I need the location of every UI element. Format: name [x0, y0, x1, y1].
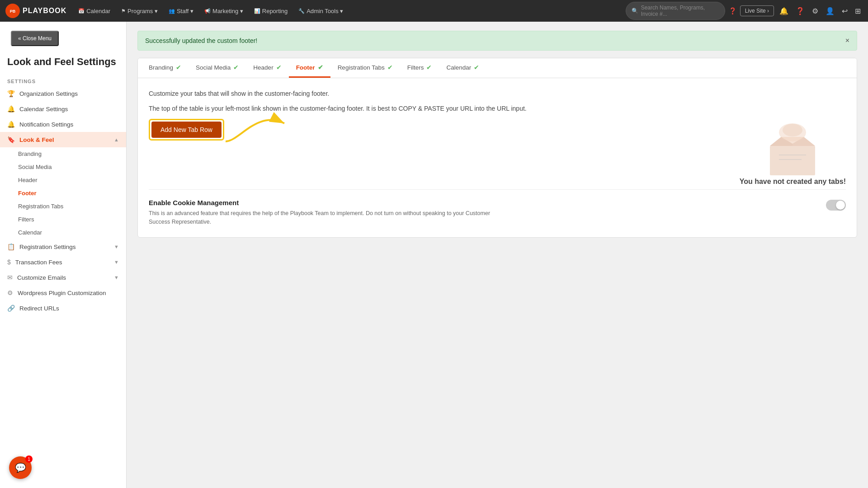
logo-text: PLAYBOOK — [23, 7, 66, 15]
tab-bar: Branding ✔ Social Media ✔ Header ✔ Foote… — [138, 58, 857, 78]
nav-reporting[interactable]: 📊 Reporting — [250, 5, 292, 17]
sidebar-sub-item-filters[interactable]: Filters — [0, 213, 126, 226]
footer-tab-content: Customize your tabs that will show in th… — [138, 78, 857, 237]
empty-illustration-container: You have not created any tabs! — [740, 119, 846, 186]
sidebar-sub-item-registration-tabs[interactable]: Registration Tabs — [0, 200, 126, 213]
search-box[interactable]: 🔍 Search Names, Programs, Invoice #... — [626, 2, 725, 20]
check-icon-filters: ✔ — [426, 64, 432, 71]
marketing-icon: 📢 — [204, 8, 211, 14]
sidebar-sub-item-calendar[interactable]: Calendar — [0, 226, 126, 239]
chat-bubble-button[interactable]: 💬 1 — [9, 456, 32, 479]
svg-text:PB: PB — [10, 9, 16, 14]
empty-state-text: You have not created any tabs! — [740, 178, 846, 186]
svg-rect-3 — [770, 146, 815, 175]
sidebar-item-label: Transaction Fees — [15, 259, 62, 266]
email-icon: ✉ — [7, 274, 13, 281]
main-content: Successfully updated the custom footer! … — [127, 22, 868, 488]
chevron-right-icon: ▼ — [114, 244, 119, 249]
check-icon-footer: ✔ — [318, 64, 323, 71]
content-card: Branding ✔ Social Media ✔ Header ✔ Foote… — [137, 58, 857, 238]
nav-admin-tools[interactable]: 🔧 Admin Tools ▾ — [294, 5, 348, 17]
wordpress-icon: ⚙ — [7, 289, 13, 296]
check-icon-header: ✔ — [276, 64, 282, 71]
programs-icon: ⚑ — [121, 8, 126, 14]
top-navigation: PB PLAYBOOK 📅 Calendar ⚑ Programs ▾ 👥 St… — [0, 0, 868, 22]
sidebar-item-label: Notification Settings — [19, 121, 73, 128]
settings-section-label: SETTINGS — [0, 75, 126, 86]
reporting-icon: 📊 — [254, 8, 260, 14]
tab-footer[interactable]: Footer ✔ — [289, 58, 330, 78]
nav-marketing[interactable]: 📢 Marketing ▾ — [200, 5, 248, 17]
live-site-button[interactable]: Live Site › — [740, 5, 774, 16]
sidebar-item-wordpress[interactable]: ⚙ Wordpress Plugin Customization — [0, 285, 126, 300]
footer-description-1: Customize your tabs that will show in th… — [149, 89, 846, 99]
topnav-action-icons: 🔔 ❓ ⚙ 👤 ↩ ⊞ — [778, 5, 863, 17]
sidebar-item-label: Redirect URLs — [19, 305, 59, 312]
chevron-right-icon2: ▼ — [114, 259, 119, 265]
cookie-management-section: Enable Cookie Management This is an adva… — [149, 189, 846, 226]
logo[interactable]: PB PLAYBOOK — [5, 4, 66, 18]
empty-box-illustration — [756, 119, 829, 178]
sidebar-sub-item-footer[interactable]: Footer — [0, 187, 126, 200]
notification-icon: 🔔 — [7, 121, 15, 128]
grid-icon[interactable]: ⊞ — [853, 5, 863, 17]
sidebar-item-transaction-fees[interactable]: $ Transaction Fees ▼ — [0, 254, 126, 270]
nav-programs[interactable]: ⚑ Programs ▾ — [117, 5, 162, 17]
sidebar-item-label: Wordpress Plugin Customization — [18, 290, 106, 296]
registration-icon: 📋 — [7, 243, 15, 250]
add-new-tab-row-button[interactable]: Add New Tab Row — [151, 122, 222, 138]
logo-icon: PB — [5, 4, 20, 18]
sidebar-item-registration-settings[interactable]: 📋 Registration Settings ▼ — [0, 239, 126, 254]
cookie-description: This is an advanced feature that require… — [149, 209, 492, 226]
sidebar-item-label: Calendar Settings — [19, 106, 68, 113]
add-button-section: Add New Tab Row — [149, 119, 740, 148]
cookie-title: Enable Cookie Management — [149, 199, 492, 206]
tab-social-media[interactable]: Social Media ✔ — [189, 58, 246, 78]
tab-registration-tabs[interactable]: Registration Tabs ✔ — [330, 58, 400, 78]
nav-calendar[interactable]: 📅 Calendar — [74, 5, 115, 17]
banner-close-button[interactable]: × — [845, 37, 849, 45]
close-menu-button[interactable]: « Close Menu — [11, 31, 59, 46]
trophy-icon: 🏆 — [7, 90, 15, 97]
sidebar-item-notification-settings[interactable]: 🔔 Notification Settings — [0, 117, 126, 132]
svg-point-7 — [783, 124, 802, 136]
check-icon-branding: ✔ — [176, 64, 181, 71]
sidebar: « Close Menu Look and Feel Settings SETT… — [0, 22, 127, 488]
nav-staff[interactable]: 👥 Staff ▾ — [164, 5, 198, 17]
tab-filters[interactable]: Filters ✔ — [400, 58, 439, 78]
cookie-toggle[interactable] — [826, 200, 846, 211]
search-placeholder: Search Names, Programs, Invoice #... — [641, 5, 719, 17]
chevron-right-icon3: ▼ — [114, 275, 119, 280]
sidebar-item-calendar-settings[interactable]: 🔔 Calendar Settings — [0, 101, 126, 117]
tab-calendar[interactable]: Calendar ✔ — [439, 58, 486, 78]
check-icon-calendar: ✔ — [474, 64, 479, 71]
sidebar-sub-item-branding[interactable]: Branding — [0, 147, 126, 160]
sidebar-item-label: Organization Settings — [19, 90, 78, 97]
logout-icon[interactable]: ↩ — [840, 5, 849, 17]
help-circle-icon: ❓ — [729, 7, 736, 14]
check-icon-social: ✔ — [233, 64, 239, 71]
success-message: Successfully updated the custom footer! — [145, 37, 257, 44]
check-icon-reg-tabs: ✔ — [387, 64, 393, 71]
chat-icon: 💬 — [15, 462, 26, 473]
sidebar-item-look-feel[interactable]: 🔖 Look & Feel ▲ — [0, 132, 126, 147]
sidebar-page-title: Look and Feel Settings — [0, 52, 126, 75]
sidebar-item-organization-settings[interactable]: 🏆 Organization Settings — [0, 86, 126, 101]
chat-badge: 1 — [25, 455, 33, 463]
tab-header[interactable]: Header ✔ — [246, 58, 288, 78]
main-layout: « Close Menu Look and Feel Settings SETT… — [0, 22, 868, 488]
cookie-row: Enable Cookie Management This is an adva… — [149, 199, 846, 226]
user-icon[interactable]: 👤 — [824, 5, 836, 17]
arrow-annotation — [221, 105, 293, 146]
bell-icon[interactable]: 🔔 — [778, 5, 790, 17]
sidebar-item-customize-emails[interactable]: ✉ Customize Emails ▼ — [0, 270, 126, 285]
sidebar-sub-item-social-media[interactable]: Social Media — [0, 160, 126, 174]
tab-branding[interactable]: Branding ✔ — [142, 58, 189, 78]
question-icon[interactable]: ❓ — [794, 5, 807, 17]
sidebar-sub-item-header[interactable]: Header — [0, 174, 126, 187]
look-feel-icon: 🔖 — [7, 136, 15, 143]
gear-icon[interactable]: ⚙ — [810, 5, 820, 17]
close-menu-label: « Close Menu — [18, 35, 52, 42]
sidebar-item-redirect-urls[interactable]: 🔗 Redirect URLs — [0, 300, 126, 316]
cookie-text-area: Enable Cookie Management This is an adva… — [149, 199, 492, 226]
